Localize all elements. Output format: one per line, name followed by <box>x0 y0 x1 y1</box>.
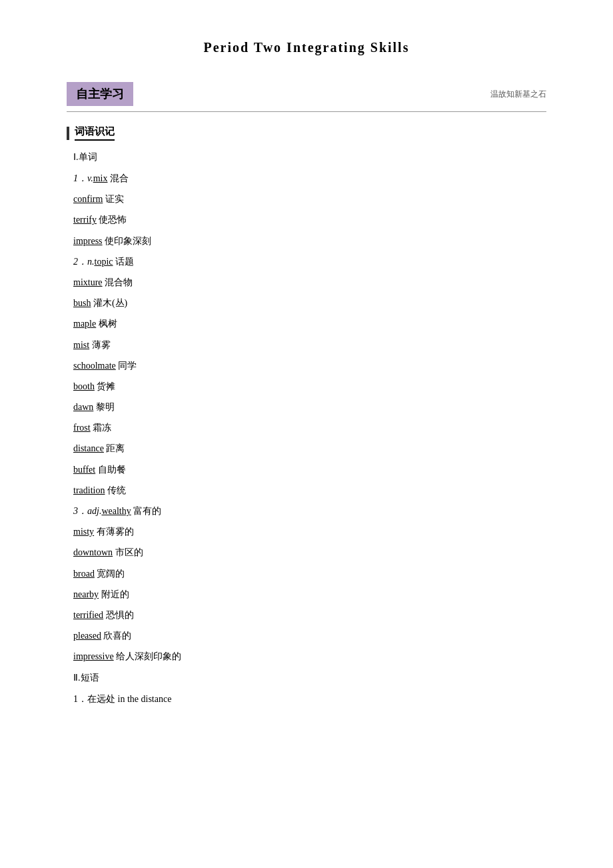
content-body: Ⅰ.单词 1．v.mix 混合 confirm 证实 terrify 使恐怖 i… <box>73 151 546 707</box>
group-noun: 2．n.topic 话题 mixture 混合物 bush 灌木(丛) mapl… <box>73 253 546 499</box>
word-mist: mist 薄雾 <box>73 337 546 353</box>
word-downtown: downtown 市区的 <box>73 544 546 561</box>
group-label-verb: 1．v.mix 混合 <box>73 170 546 187</box>
section-header: 自主学习 温故知新基之石 <box>67 82 546 112</box>
category-label-phrases: Ⅱ.短语 <box>73 672 546 684</box>
word-nearby: nearby 附近的 <box>73 586 546 603</box>
word-terrify: terrify 使恐怖 <box>73 211 546 228</box>
word-pleased: pleased 欣喜的 <box>73 627 546 644</box>
group-verb: 1．v.mix 混合 confirm 证实 terrify 使恐怖 impres… <box>73 170 546 249</box>
subsection-title: 词语识记 <box>75 125 115 141</box>
word-booth: booth 货摊 <box>73 378 546 395</box>
word-buffet: buffet 自助餐 <box>73 461 546 478</box>
word-maple: maple 枫树 <box>73 315 546 332</box>
phrase-in-the-distance: 1．在远处 in the distance <box>73 691 546 707</box>
main-section: 自主学习 温故知新基之石 词语识记 Ⅰ.单词 1．v.mix 混合 confir… <box>67 82 546 707</box>
word-broad: broad 宽阔的 <box>73 565 546 582</box>
page-title: Period Two Integrating Skills <box>67 40 546 55</box>
word-misty: misty 有薄雾的 <box>73 523 546 540</box>
group-label-adj: 3．adj.wealthy 富有的 <box>73 503 546 519</box>
word-impressive: impressive 给人深刻印象的 <box>73 648 546 665</box>
subsection-bar <box>67 127 69 140</box>
subsection-header: 词语识记 <box>67 125 546 141</box>
category-label-words: Ⅰ.单词 <box>73 151 546 163</box>
word-frost: frost 霜冻 <box>73 419 546 436</box>
word-distance: distance 距离 <box>73 440 546 457</box>
word-terrified: terrified 恐惧的 <box>73 607 546 623</box>
word-tradition: tradition 传统 <box>73 482 546 499</box>
group-adj: 3．adj.wealthy 富有的 misty 有薄雾的 downtown 市区… <box>73 503 546 665</box>
word-schoolmate: schoolmate 同学 <box>73 357 546 374</box>
word-bush: bush 灌木(丛) <box>73 295 546 311</box>
word-dawn: dawn 黎明 <box>73 399 546 415</box>
subsection: 词语识记 Ⅰ.单词 1．v.mix 混合 confirm 证实 terrify … <box>67 125 546 707</box>
word-confirm: confirm 证实 <box>73 191 546 207</box>
word-mixture: mixture 混合物 <box>73 274 546 291</box>
section-subtitle: 温故知新基之石 <box>490 89 546 100</box>
category-words: Ⅰ.单词 1．v.mix 混合 confirm 证实 terrify 使恐怖 i… <box>73 151 546 665</box>
section-title-box: 自主学习 <box>67 82 133 106</box>
category-phrases: Ⅱ.短语 1．在远处 in the distance <box>73 672 546 707</box>
word-impress: impress 使印象深刻 <box>73 233 546 249</box>
group-label-noun: 2．n.topic 话题 <box>73 253 546 270</box>
